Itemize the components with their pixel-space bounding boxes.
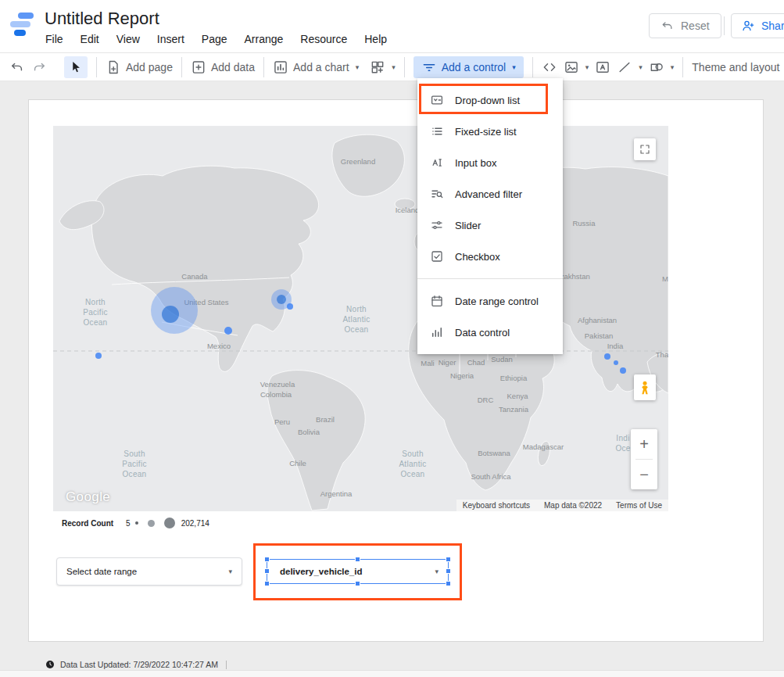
dropdown-list-icon [430,93,444,107]
menu-item-label: Advanced filter [455,188,522,200]
chevron-down-icon: ▾ [512,63,516,71]
date-range-control[interactable]: Select date range ▾ [56,557,242,586]
terms-of-use-link[interactable]: Terms of Use [616,501,662,510]
control-menu-list: Drop-down listFixed-size listInput boxAd… [417,84,563,348]
menu-edit[interactable]: Edit [81,33,99,45]
menu-item-data-control[interactable]: Data control [417,317,563,348]
line-icon [617,59,632,75]
selection-handle[interactable] [446,557,451,562]
pegman-control[interactable] [634,374,656,400]
map-bubble [620,367,626,374]
menu-file[interactable]: File [45,33,63,45]
chevron-down-icon: ▾ [585,63,589,71]
menu-item-date-range-control[interactable]: Date range control [417,285,563,317]
report-title[interactable]: Untitled Report [45,9,159,29]
toolbar-divider [682,57,683,77]
zoom-control: + − [631,429,657,489]
shape-button[interactable]: ▾ [649,59,675,75]
logo-bar [18,13,34,19]
menu-item-input-box[interactable]: Input box [417,147,563,178]
selection-handle[interactable] [264,568,270,574]
legend-small-dot [135,521,138,525]
status-divider [226,661,227,669]
theme-and-layout-button[interactable]: Theme and layout [692,61,779,73]
menu-item-advanced-filter[interactable]: Advanced filter [417,178,563,210]
chevron-down-icon: ▾ [671,63,675,71]
data-freshness-status: Data Last Updated: 7/29/2022 10:47:27 AM [45,660,227,669]
map-data-text: Map data ©2022 [544,501,602,510]
redo-icon [31,59,47,75]
undo-button[interactable] [9,59,25,75]
share-button[interactable]: Share [731,13,784,38]
selection-handle[interactable] [446,568,451,574]
checkbox-icon [430,249,444,263]
pegman-icon [637,380,653,396]
menu-insert[interactable]: Insert [157,33,184,45]
menu-item-checkbox[interactable]: Checkbox [417,241,563,272]
map-attribution: Keyboard shortcuts Map data ©2022 Terms … [456,500,668,511]
google-maps-logo[interactable]: Google [66,489,110,505]
menu-page[interactable]: Page [202,33,227,45]
code-icon [542,59,557,75]
redo-button[interactable] [31,59,47,75]
add-chart-icon [273,59,288,75]
toolbar-divider [96,57,97,77]
text-box-icon [595,59,610,75]
undo-icon [9,59,25,75]
legend-max-value: 202,714 [181,519,209,528]
toolbar-divider [404,57,405,77]
legend-medium-dot [148,520,155,527]
add-data-icon [191,59,206,75]
chevron-down-icon: ▾ [435,568,439,575]
zoom-out-button[interactable]: − [631,460,657,489]
menu-view[interactable]: View [116,33,140,45]
adv-filter-icon [430,187,444,201]
clock-icon [45,660,55,669]
menu-item-drop-down-list[interactable]: Drop-down list [417,84,563,116]
menu-resource[interactable]: Resource [300,33,347,45]
chevron-down-icon: ▾ [639,63,643,71]
data-studio-logo[interactable] [10,13,35,36]
reset-button[interactable]: Reset [649,13,721,38]
menu-help[interactable]: Help [364,33,387,45]
menu-item-fixed-size-list[interactable]: Fixed-size list [417,116,563,147]
embed-code-button[interactable] [542,59,557,75]
add-page-icon [106,59,121,75]
add-chart-button[interactable]: Add a chart ▾ [273,59,359,75]
add-control-button[interactable]: Add a control ▾ [413,56,524,78]
zoom-in-button[interactable]: + [631,429,657,459]
selection-handle[interactable] [264,581,270,586]
toolbar-divider [263,57,264,77]
add-page-button[interactable]: Add page [106,59,173,75]
selection-handle[interactable] [355,557,360,562]
theme-layout-label: Theme and layout [692,61,779,73]
map-bubble [614,360,618,365]
menu-item-label: Drop-down list [455,95,520,106]
image-button[interactable]: ▾ [564,59,589,75]
header-divider [724,16,725,35]
logo-bar [14,30,26,36]
menu-arrange[interactable]: Arrange [245,33,284,45]
calendar-icon [430,294,444,308]
keyboard-shortcuts-link[interactable]: Keyboard shortcuts [463,501,530,510]
fullscreen-button[interactable] [634,138,656,160]
dropdown-field-control[interactable]: delivery_vehicle_id ▾ [267,559,449,584]
selection-handle[interactable] [264,557,270,562]
add-data-button[interactable]: Add data [191,59,255,75]
line-button[interactable]: ▾ [617,59,643,75]
select-tool-button[interactable] [64,56,88,78]
last-updated-text: Data Last Updated: 7/29/2022 10:47:27 AM [60,660,218,669]
community-visualizations-button[interactable]: ▾ [370,59,396,75]
text-button[interactable] [595,59,610,75]
toolbar-divider [532,57,533,77]
menu-item-slider[interactable]: Slider [417,210,563,241]
selection-handle[interactable] [355,581,360,586]
data-control-icon [430,325,444,339]
bubble-map-chart[interactable]: GreenlandIcelandCanadaUnited StatesMexic… [53,126,668,511]
map-bubble [95,353,102,359]
toolbar: Add page Add data Add a chart ▾ ▾ Add a … [0,52,784,81]
report-canvas[interactable]: GreenlandIcelandCanadaUnited StatesMexic… [28,99,764,642]
bottom-edge-strip [0,670,784,677]
toolbar-divider [181,57,182,77]
selection-handle[interactable] [446,581,451,586]
